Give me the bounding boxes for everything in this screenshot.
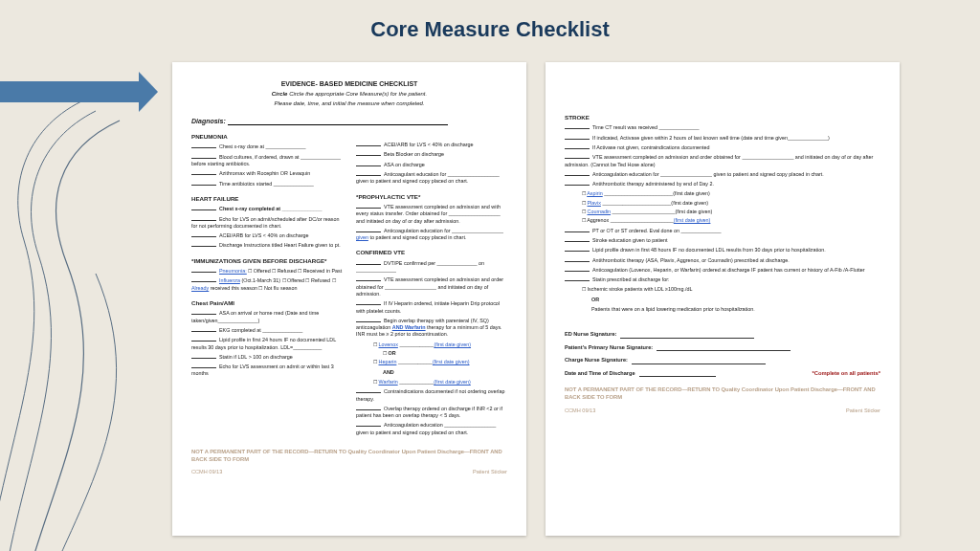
list-item: Anticoagulation education for __________… <box>565 171 880 178</box>
footer-note: NOT A PERMANENT PART OF THE RECORD—RETUR… <box>191 449 507 463</box>
and-text: AND <box>383 369 394 375</box>
list-item: VTE assessment completed on admission an… <box>356 204 507 225</box>
sub-item: Ischemic stroke patients with LDL ≥100mg… <box>582 286 880 293</box>
link-text: Coumadin <box>588 209 612 214</box>
list-item: DVT/PE confirmed per ______________ on _… <box>356 260 507 275</box>
link-text: Aspirin <box>587 190 602 196</box>
list-item: Echo for LVS on admit/scheduled after DC… <box>191 216 343 231</box>
sub-item: Coumadin ______________________(first da… <box>582 209 880 215</box>
list-item: Statin prescribed at discharge for: <box>565 276 880 283</box>
list-item: ASA on discharge <box>356 162 507 168</box>
list-item: Beta Blocker on discharge <box>356 151 507 158</box>
list-item: Chest x-ray done at ______________ <box>191 143 343 150</box>
link-text: Warfarin <box>379 379 398 385</box>
checklist-page-1: EVIDENCE- BASED MEDICINE CHECKLIST Circl… <box>172 62 526 536</box>
list-item: Patients that were on a lipid lowering m… <box>591 306 880 313</box>
page-title: Core Measure Checklist <box>0 17 980 42</box>
list-item: Anticoagulation (Lovenox, Heparin, or Wa… <box>565 267 880 274</box>
cvte-heading: CONFIRMED VTE <box>356 249 507 256</box>
sig-charge-nurse: Charge Nurse Signature: <box>565 357 880 364</box>
pneumonia-heading: PNEUMONIA <box>191 133 343 141</box>
list-item: Statin if LDL > 100 on discharge <box>191 354 343 361</box>
footer-note: NOT A PERMANENT PART OF THE RECORD—RETUR… <box>565 386 880 401</box>
list-item: If IV Heparin ordered, initiate Heparin … <box>356 300 507 315</box>
doc-sub1-text: Circle the appropriate Core Measure(s) f… <box>289 91 427 97</box>
footer-row: CCMH 09/13 Patient Sticker <box>191 469 507 476</box>
item-text: received this season ☐ Not flu season <box>209 285 297 291</box>
hf-item-bold: Chest x-ray completed at ______________ <box>219 206 323 211</box>
sig-ed-nurse: ED Nurse Signature: <box>565 331 880 339</box>
or-label: OR <box>591 297 880 303</box>
link-text: given <box>356 234 368 240</box>
doc-sub2: Please date, time, and initial the measu… <box>191 99 507 107</box>
item-text: (Oct.1-March 31) ☐ Offered ☐ Refused ☐ <box>240 277 336 283</box>
list-item: Chest x-ray completed at ______________ <box>191 206 343 212</box>
item-text: (first date given) <box>433 359 470 364</box>
sig-label: Patient's Primary Nurse Signature: <box>565 344 653 350</box>
stroke-heading: STROKE <box>565 114 880 121</box>
link-text: AND Warfarin <box>392 324 426 330</box>
sig-primary-nurse: Patient's Primary Nurse Signature: <box>565 344 880 352</box>
sub-item: Heparin ____________(first date given) <box>373 359 507 365</box>
sticker-label: Patient Sticker <box>846 408 880 415</box>
item-text: (first date given) <box>671 200 708 206</box>
item-text: Anticoagulation education for __________… <box>384 228 503 233</box>
list-item: Azithromax with Rocephin OR Levaquin <box>191 170 343 177</box>
diagnosis-label: Diagnosis: <box>191 118 226 124</box>
list-item: Blood cultures, if ordered, drawn at ___… <box>191 154 343 168</box>
and-label: AND <box>383 369 507 376</box>
form-code: CCMH 09/13 <box>191 469 222 476</box>
link-text: Lovenox <box>379 342 398 347</box>
list-item: Contraindications documented if not orde… <box>356 388 507 403</box>
list-item: Antithrombotic therapy (ASA, Plavix, Agg… <box>565 257 880 264</box>
list-item: Time CT result was received ____________… <box>565 124 880 131</box>
list-item: Time antibiotics started ______________ <box>191 181 343 187</box>
footer-row: CCMH 09/13 Patient Sticker <box>565 408 880 415</box>
imm-heading: *IMMUNIZATIONS GIVEN BEFORE DISCHARGE* <box>191 257 343 265</box>
link-text: Plavix <box>588 200 601 206</box>
list-item: Anticoagulation education for __________… <box>356 228 507 242</box>
list-item: ACEI/ARB for LVS < 40% on discharge <box>191 232 343 239</box>
diagnosis-row: Diagnosis: <box>191 117 507 125</box>
item-text: (first date given) <box>434 379 471 385</box>
link-text: Already <box>191 285 209 291</box>
list-item: EKG completed at ______________ <box>191 327 343 334</box>
sig-label: ED Nurse Signature: <box>565 331 616 337</box>
link-text: Influenza <box>219 277 240 283</box>
list-item: Pneumonia: ☐ Offered ☐ Refused ☐ Receive… <box>191 268 343 275</box>
list-item: PT or OT or ST ordered. Eval done on ___… <box>565 228 880 234</box>
pvte-heading: *PROPHYLACTIC VTE* <box>356 193 507 201</box>
ami-heading: Chest Pain/AMI <box>191 299 343 307</box>
list-item: VTE assessment completed on admission an… <box>565 154 880 168</box>
item-text: (first date given) <box>674 217 711 223</box>
list-item: Influenza (Oct.1-March 31) ☐ Offered ☐ R… <box>191 277 343 292</box>
list-item: Begin overlap therapy with parenteral (I… <box>356 318 507 339</box>
item-text: (first date given) <box>673 190 710 196</box>
list-item: Discharge Instructions titled Heart Fail… <box>191 242 343 249</box>
list-item: Overlap therapy ordered on discharge if … <box>356 406 507 420</box>
sticker-label: Patient Sticker <box>473 469 507 476</box>
sub-item-or: OR <box>383 350 507 357</box>
item-text: to patient and signed copy placed in cha… <box>368 234 467 240</box>
list-item: If indicated, Activase given within 2 ho… <box>565 135 880 142</box>
sig-label: Charge Nurse Signature: <box>565 357 628 363</box>
list-item: ACEI/ARB for LVS < 40% on discharge <box>356 142 507 148</box>
list-item: Anticoagulant education for ____________… <box>356 171 507 186</box>
hf-heading: HEART FAILURE <box>191 195 343 203</box>
checklist-page-2: STROKE Time CT result was received _____… <box>546 62 900 536</box>
doc-header: EVIDENCE- BASED MEDICINE CHECKLIST <box>191 79 507 88</box>
item-text: ☐ Offered ☐ Refused ☐ Received in Past <box>247 268 342 274</box>
form-code: CCMH 09/13 <box>565 408 595 415</box>
item-text: Aggrenox <box>587 217 609 223</box>
sub-item: Lovenox ____________(first date given) <box>373 342 507 348</box>
sub-item: Aspirin ________________________(first d… <box>582 190 880 197</box>
link-text: Pneumonia: <box>219 268 247 274</box>
complete-note: *Complete on all patients* <box>812 370 880 378</box>
list-item: Lipid profile in first 24 hours IF no do… <box>191 337 343 351</box>
doc-sub1: Circle Circle the appropriate Core Measu… <box>191 90 507 98</box>
list-item: If Activase not given, contraindications… <box>565 144 880 151</box>
list-item: Echo for LVS assessment on admit or with… <box>191 364 343 378</box>
list-item: ASA on arrival or home med (Date and tim… <box>191 310 343 324</box>
list-item: VTE assessment completed on admission an… <box>356 276 507 298</box>
sig-discharge-time: Date and Time of Discharge *Complete on … <box>565 370 880 378</box>
